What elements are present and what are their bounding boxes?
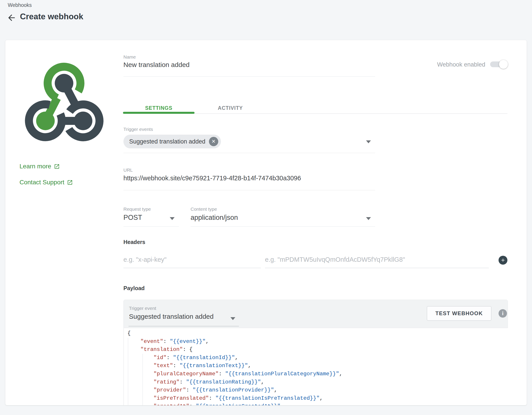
external-link-icon: [67, 179, 73, 185]
content-type-select[interactable]: application/json: [190, 214, 238, 222]
payload-trigger-event-label: Trigger event: [129, 306, 156, 311]
name-input[interactable]: [124, 61, 375, 69]
payload-title: Payload: [124, 285, 145, 291]
breadcrumb[interactable]: Webhooks: [8, 2, 32, 8]
trigger-events-dropdown-icon[interactable]: [366, 140, 371, 143]
plus-icon: [500, 257, 506, 263]
payload-trigger-event-dropdown-icon[interactable]: [230, 317, 235, 320]
request-type-select[interactable]: POST: [124, 214, 142, 222]
url-input[interactable]: [124, 175, 375, 182]
create-webhook-page: Webhooks Create webhook Learn more: [0, 0, 532, 415]
webhook-enabled-toggle[interactable]: [490, 61, 507, 67]
content-type-dropdown-icon[interactable]: [366, 217, 371, 220]
trigger-event-chip[interactable]: Suggested translation added ✕: [124, 135, 221, 148]
webhook-enabled-label: Webhook enabled: [437, 61, 485, 68]
name-underline: [124, 76, 375, 77]
url-label: URL: [124, 168, 133, 173]
url-underline: [124, 190, 375, 190]
name-label: Name: [124, 54, 136, 60]
request-type-dropdown-icon[interactable]: [170, 217, 175, 220]
remove-chip-button[interactable]: ✕: [209, 137, 218, 146]
test-webhook-button[interactable]: TEST WEBHOOK: [427, 306, 492, 321]
back-arrow-icon: [7, 13, 16, 23]
payload-code-editor[interactable]: { "event": "{{event}}", "translation": {…: [124, 328, 508, 405]
contact-support-label: Contact Support: [19, 179, 64, 186]
request-type-underline: [124, 227, 179, 227]
payload-trigger-event-select[interactable]: Suggested translation added: [129, 313, 214, 320]
toggle-knob: [499, 60, 508, 69]
chip-label: Suggested translation added: [129, 138, 205, 145]
payload-trigger-event-underline: [129, 326, 239, 326]
learn-more-link[interactable]: Learn more: [19, 163, 60, 170]
trigger-events-label: Trigger events: [124, 127, 153, 132]
trigger-events-underline: [124, 153, 375, 153]
page-title: Create webhook: [20, 12, 83, 21]
contact-support-link[interactable]: Contact Support: [19, 179, 73, 186]
learn-more-label: Learn more: [19, 163, 51, 170]
content-type-label: Content type: [190, 207, 217, 212]
active-tab-indicator: [123, 112, 195, 114]
payload-panel: Trigger event Suggested translation adde…: [124, 300, 508, 405]
external-link-icon: [54, 163, 60, 169]
add-header-button[interactable]: [499, 256, 507, 265]
header-value-input[interactable]: [265, 251, 489, 268]
info-icon[interactable]: i: [499, 309, 507, 318]
content-type-underline: [190, 227, 375, 227]
back-button[interactable]: [7, 13, 16, 23]
request-type-label: Request type: [124, 207, 151, 212]
header-key-input[interactable]: [124, 251, 261, 268]
webhook-logo: [19, 57, 109, 143]
tab-activity[interactable]: ACTIVITY: [195, 105, 266, 114]
webhook-form-card: Learn more Contact Support Name Webhook …: [5, 40, 527, 405]
headers-title: Headers: [124, 239, 145, 245]
